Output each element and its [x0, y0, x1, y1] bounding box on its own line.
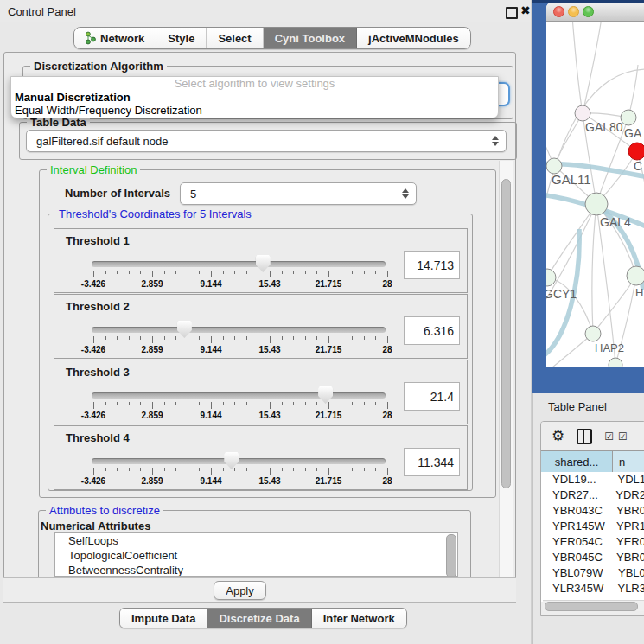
attribute-list-item[interactable]: SelfLoops: [55, 533, 457, 548]
table-row[interactable]: YBL079WYBL0: [541, 565, 644, 581]
threshold-slider-track[interactable]: [92, 261, 386, 267]
threshold-panel: Threshold 2 6.316 -3.4262.8599.14415.432…: [54, 294, 468, 359]
threshold-label: Threshold 3: [66, 366, 130, 379]
table-cell[interactable]: YLR3: [611, 581, 644, 596]
list-scrollbar-thumb[interactable]: [446, 534, 456, 577]
table-cell[interactable]: YBR0: [610, 503, 644, 519]
network-node[interactable]: [585, 326, 601, 341]
network-canvas[interactable]: GAL80GACGAL11GAL4GCY1HHAP2: [546, 22, 644, 367]
network-node[interactable]: [585, 193, 608, 215]
float-window-icon[interactable]: [506, 7, 518, 19]
column-header-shared-name[interactable]: shared...: [541, 451, 613, 472]
threshold-slider-thumb[interactable]: [318, 386, 333, 404]
table-cell[interactable]: YDR27...: [541, 488, 609, 503]
slider-tick: [105, 336, 106, 340]
slider-tick: [211, 402, 212, 409]
table-row[interactable]: YBR045CYBR0: [541, 550, 644, 565]
numerical-attributes-list[interactable]: SelfLoopsTopologicalCoefficientBetweenne…: [54, 532, 458, 577]
slider-tick: [375, 336, 376, 340]
table-row[interactable]: YER054CYER0: [541, 534, 644, 550]
algorithm-option[interactable]: Manual Discretization: [11, 91, 498, 104]
network-edge[interactable]: [572, 22, 583, 113]
table-data-combobox[interactable]: galFiltered.sif default node: [26, 130, 507, 152]
tab-infer-network[interactable]: Infer Network: [312, 609, 406, 628]
algorithm-group-title: Discretization Algorithm: [30, 60, 167, 73]
threshold-slider-track[interactable]: [92, 392, 386, 399]
tab-jactivemnodules[interactable]: jActiveMNodules: [357, 28, 470, 48]
table-cell[interactable]: YPR145W: [541, 519, 610, 534]
network-node[interactable]: [621, 110, 636, 125]
tab-select[interactable]: Select: [207, 28, 263, 48]
minimize-traffic-button[interactable]: [568, 6, 579, 17]
table-hscrollbar-thumb[interactable]: [545, 602, 638, 611]
settings-scrollbar-thumb[interactable]: [501, 179, 511, 488]
network-edge[interactable]: [546, 334, 593, 367]
slider-tick: [129, 336, 130, 340]
table-row[interactable]: YBR043CYBR0: [541, 503, 644, 519]
threshold-value-field[interactable]: 6.316: [404, 316, 460, 345]
attribute-list-item[interactable]: BetweennessCentrality: [55, 563, 457, 577]
table-row[interactable]: YLR345WYLR3: [541, 581, 644, 596]
network-node[interactable]: [609, 358, 622, 367]
table-cell[interactable]: YER054C: [541, 534, 610, 550]
table-cell[interactable]: YBR045C: [541, 550, 610, 565]
columns-icon[interactable]: [577, 429, 592, 444]
tab-discretize-data[interactable]: Discretize Data: [207, 609, 311, 628]
close-traffic-button[interactable]: [553, 6, 564, 17]
network-node[interactable]: [575, 105, 590, 121]
table-cell[interactable]: YDL19...: [541, 472, 611, 488]
threshold-slider-track[interactable]: [92, 327, 386, 333]
table-cell[interactable]: YBL079W: [541, 565, 612, 581]
table-row[interactable]: YPR145WYPR1: [541, 519, 644, 534]
algorithm-option[interactable]: Equal Width/Frequency Discretization: [11, 104, 498, 117]
network-edge[interactable]: [583, 22, 602, 113]
checkbox-icon[interactable]: ☑: [604, 431, 614, 442]
table-cell[interactable]: YLR345W: [541, 581, 611, 596]
tab-cyni-toolbox[interactable]: Cyni Toolbox: [264, 28, 357, 48]
tab-style[interactable]: Style: [156, 28, 207, 48]
threshold-slider-thumb[interactable]: [224, 452, 239, 469]
table-cell[interactable]: YER0: [610, 534, 644, 550]
network-node[interactable]: [627, 266, 644, 285]
apply-button[interactable]: Apply: [214, 581, 266, 600]
gear-icon[interactable]: ⚙: [552, 429, 564, 443]
table-cell[interactable]: YBR043C: [541, 503, 610, 519]
threshold-value-field[interactable]: 14.713: [404, 251, 460, 279]
attribute-list-item[interactable]: TopologicalCoefficient: [55, 548, 457, 563]
tab-impute-data[interactable]: Impute Data: [120, 609, 207, 628]
slider-tick-label: 28: [382, 411, 392, 420]
checkbox-icon[interactable]: ☑: [618, 431, 628, 442]
zoom-traffic-button[interactable]: [583, 6, 594, 17]
network-window-titlebar[interactable]: [546, 3, 644, 22]
threshold-slider-thumb[interactable]: [256, 255, 271, 272]
table-row[interactable]: YDR27...YDR2: [541, 488, 644, 503]
slider-tick-label: 15.43: [258, 411, 280, 420]
table-cell[interactable]: YBR0: [610, 550, 644, 565]
algorithm-placeholder-item[interactable]: Select algorithm to view settings: [11, 77, 498, 91]
network-node[interactable]: [546, 269, 556, 286]
close-icon[interactable]: ✖: [520, 3, 531, 17]
table-row[interactable]: YDL19...YDL1: [541, 472, 644, 488]
table-cell[interactable]: YDL1: [611, 472, 644, 488]
network-edge[interactable]: [547, 204, 596, 277]
table-cell[interactable]: YDR2: [609, 488, 644, 503]
table-cell[interactable]: YPR1: [610, 519, 644, 534]
slider-tick-label: 15.43: [258, 279, 280, 289]
threshold-slider-thumb[interactable]: [177, 321, 192, 338]
threshold-value-field[interactable]: 11.344: [404, 448, 460, 476]
table-body: YDL19...YDL1YDR27...YDR2YBR043CYBR0YPR14…: [541, 472, 644, 602]
network-edge[interactable]: [592, 204, 596, 334]
table-hscrollbar-track[interactable]: [543, 600, 644, 611]
slider-tick: [234, 336, 235, 340]
network-edge[interactable]: [593, 276, 636, 334]
tab-network[interactable]: Network: [74, 28, 156, 48]
num-intervals-combobox[interactable]: 5: [180, 182, 417, 205]
slider-tick: [211, 336, 212, 343]
slider-tick: [246, 336, 247, 340]
column-header-name[interactable]: n: [613, 451, 644, 472]
slider-tick: [293, 468, 294, 471]
slider-tick: [175, 402, 176, 405]
network-node[interactable]: [628, 143, 644, 160]
table-cell[interactable]: YBL0: [612, 565, 644, 581]
threshold-value-field[interactable]: 21.4: [404, 382, 460, 411]
